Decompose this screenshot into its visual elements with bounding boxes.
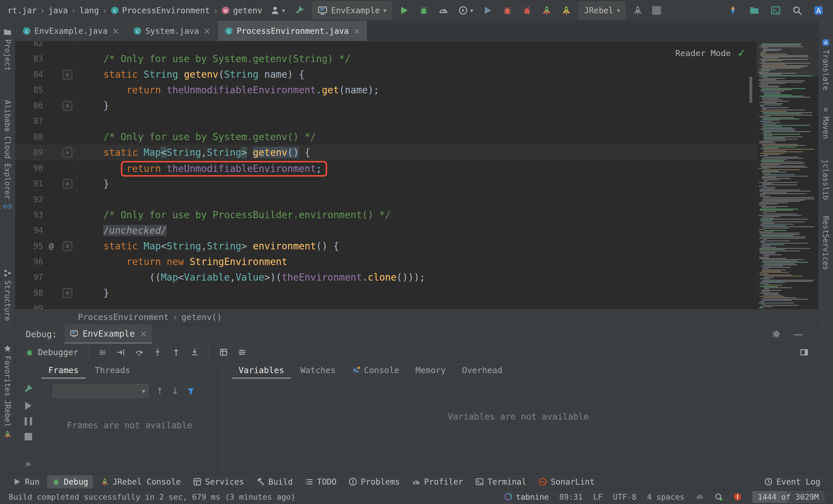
settings-wrench-icon[interactable]: [23, 384, 33, 394]
breadcrumb-item-rt-jar[interactable]: rt.jar: [7, 6, 37, 15]
resume-icon[interactable]: [25, 402, 31, 410]
fold-collapse-icon[interactable]: ∨: [63, 241, 72, 251]
line-number[interactable]: 92: [15, 192, 43, 207]
reader-mode-indicator[interactable]: Reader Mode ✓: [675, 47, 746, 59]
stop-icon[interactable]: [25, 433, 32, 440]
code-line[interactable]: 83 /* Only for use by System.getenv(Stri…: [15, 51, 756, 67]
jrebel-debug-button[interactable]: [500, 3, 514, 17]
close-icon[interactable]: ×: [140, 329, 147, 338]
jrebel-debug-alt-button[interactable]: [520, 3, 534, 17]
fold-end-icon[interactable]: ∧: [63, 101, 72, 111]
layout-settings-icon[interactable]: ≡: [99, 347, 106, 358]
close-icon[interactable]: ×: [353, 26, 360, 36]
line-number[interactable]: 83: [15, 51, 43, 67]
sidebar-item-alibaba-cloud-explorer[interactable]: Alibaba Cloud Explorer: [3, 100, 12, 211]
translate-button[interactable]: A: [812, 3, 826, 17]
tool-window-button-terminal[interactable]: Terminal: [471, 475, 531, 488]
coverage-button[interactable]: ▾: [456, 3, 475, 17]
pause-icon[interactable]: [25, 417, 32, 425]
profiler-button[interactable]: [436, 3, 450, 17]
tool-window-button-jrebel-console[interactable]: JRebel Console: [96, 475, 185, 488]
fold-end-icon[interactable]: ∧: [63, 179, 72, 189]
sidebar-item-jclasslib[interactable]: jclasslib: [822, 159, 830, 200]
more-actions-icon[interactable]: »: [25, 458, 31, 469]
breadcrumb-item-lang[interactable]: lang: [79, 6, 99, 15]
tab-console[interactable]: Console: [345, 361, 406, 379]
editor-tab-processenvironment-java[interactable]: cProcessEnvironment.java×: [217, 21, 367, 41]
jrebel-launch-button[interactable]: [631, 3, 645, 17]
line-number[interactable]: 93: [15, 207, 43, 223]
fold-end-icon[interactable]: ∧: [63, 288, 72, 298]
plugin-colored-button[interactable]: [726, 3, 740, 17]
code-line[interactable]: 89∨ static Map<String,String> getenv() {: [15, 145, 756, 160]
tool-window-button-run[interactable]: Run: [8, 475, 44, 488]
tool-window-button-services[interactable]: Services: [188, 475, 249, 488]
stop-button[interactable]: [650, 4, 663, 17]
code-line[interactable]: 95@∨ static Map<String,String> environme…: [15, 238, 756, 254]
breadcrumb-item-java[interactable]: java: [48, 6, 68, 15]
line-number[interactable]: 85: [15, 82, 43, 98]
line-number[interactable]: 88: [15, 129, 43, 145]
updates-icon[interactable]: [714, 493, 723, 501]
run-disabled-button[interactable]: [481, 3, 495, 17]
jrebel-run-button[interactable]: [540, 3, 554, 17]
debugger-tab[interactable]: Debugger: [25, 347, 78, 357]
breadcrumb-method[interactable]: getenv(): [181, 312, 222, 322]
line-separator[interactable]: LF: [593, 493, 603, 501]
code-line[interactable]: 94 /unchecked/: [15, 223, 756, 238]
sidebar-item-maven[interactable]: mMaven: [822, 105, 830, 139]
fold-collapse-icon[interactable]: ∨: [63, 70, 72, 79]
line-number[interactable]: 96: [15, 254, 43, 270]
breadcrumb-class[interactable]: ProcessEnvironment: [78, 312, 169, 322]
tool-window-button-build[interactable]: Build: [252, 475, 298, 488]
filter-funnel-icon[interactable]: [187, 387, 195, 395]
tool-window-button-sonarlint[interactable]: SonarLint: [534, 475, 599, 488]
line-number[interactable]: 86: [15, 98, 43, 114]
editor-scrollbar[interactable]: [749, 77, 752, 103]
run-to-cursor-icon[interactable]: [190, 348, 199, 357]
search-everywhere-button[interactable]: [790, 3, 804, 17]
sidebar-item-project[interactable]: Project: [3, 28, 12, 71]
tab-variables[interactable]: Variables: [232, 361, 291, 379]
code-line[interactable]: 90 return theUnmodifiableEnvironment;: [15, 160, 756, 176]
sidebar-item-translate[interactable]: ATranslate: [822, 38, 830, 91]
sidebar-item-jrebel[interactable]: JRebel: [3, 400, 12, 439]
evaluate-grid-icon[interactable]: [219, 348, 228, 357]
error-notification-icon[interactable]: [733, 493, 742, 501]
tab-overhead[interactable]: Overhead: [455, 361, 509, 379]
code-line[interactable]: 86∧ }: [15, 98, 756, 114]
line-number[interactable]: 94: [15, 223, 43, 238]
line-number[interactable]: 87: [15, 114, 43, 129]
cloud-icon[interactable]: [695, 493, 704, 501]
code-line[interactable]: 92: [15, 192, 756, 207]
sidebar-item-restservices[interactable]: RestServices: [822, 216, 830, 270]
next-frame-icon[interactable]: ↓: [171, 385, 179, 397]
previous-frame-icon[interactable]: ↑: [156, 385, 164, 397]
editor-tab-system-java[interactable]: cSystem.java×: [126, 21, 217, 41]
editor[interactable]: 8283 /* Only for use by System.getenv(St…: [15, 41, 818, 309]
line-number[interactable]: 99: [15, 301, 43, 309]
tab-watches[interactable]: Watches: [293, 361, 342, 379]
user-menu-button[interactable]: ▾: [268, 3, 287, 17]
code-line[interactable]: 88 /* Only for use by System.getenv() */: [15, 129, 756, 145]
setup-wrench-button[interactable]: [293, 3, 307, 17]
terminal-toolbar-button[interactable]: [769, 3, 783, 17]
show-execution-point-icon[interactable]: [116, 348, 125, 357]
editor-tab-envexample-java[interactable]: cEnvExample.java×: [15, 21, 126, 41]
code-line[interactable]: 85 return theUnmodifiableEnvironment.get…: [15, 82, 756, 98]
step-into-icon[interactable]: [153, 348, 162, 357]
inspections-ok-icon[interactable]: ✓: [737, 47, 746, 59]
fold-collapse-icon[interactable]: ∨: [63, 148, 72, 157]
tool-window-button-profiler[interactable]: Profiler: [407, 475, 468, 488]
code-line[interactable]: 99: [15, 301, 756, 309]
tool-window-button-event-log[interactable]: Event Log: [760, 475, 825, 488]
close-icon[interactable]: ×: [204, 26, 210, 36]
tool-window-button-todo[interactable]: TODO: [300, 475, 341, 488]
code-line[interactable]: 84∨ static String getenv(String name) {: [15, 67, 756, 82]
debug-button[interactable]: [417, 3, 431, 17]
close-icon[interactable]: ×: [112, 26, 119, 36]
line-number[interactable]: 90: [15, 160, 43, 176]
minimap[interactable]: [756, 41, 818, 309]
layout-icon[interactable]: [800, 348, 808, 357]
tab-memory[interactable]: Memory: [409, 361, 453, 379]
